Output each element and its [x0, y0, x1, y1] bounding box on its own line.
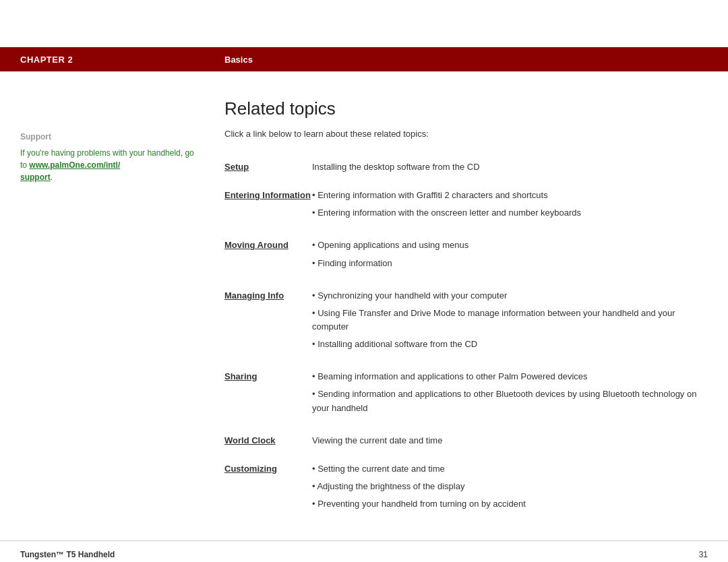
topic-desc-cell: Installing the desktop software from the…: [312, 158, 708, 182]
topic-link[interactable]: Moving Around: [224, 240, 289, 250]
topic-link[interactable]: Sharing: [224, 371, 257, 381]
page-number: 31: [699, 550, 708, 559]
spacer-row: [224, 523, 708, 527]
content-area: Related topics Click a link below to lea…: [211, 92, 708, 527]
sidebar-support-text: If you're having problems with your hand…: [20, 147, 198, 183]
topic-description: • Beaming information and applications t…: [312, 370, 708, 383]
topic-description: • Entering information with the onscreen…: [312, 206, 708, 220]
topic-description: • Finding information: [312, 257, 708, 270]
topic-desc-cell: Viewing the current date and time: [312, 431, 708, 456]
topic-description: • Installing additional software from th…: [312, 338, 708, 351]
table-row: Moving Around• Opening applications and …: [224, 236, 708, 282]
topic-link[interactable]: Setup: [224, 162, 249, 172]
topic-description: • Adjusting the brightness of the displa…: [312, 480, 708, 493]
topic-description: Installing the desktop software from the…: [312, 160, 708, 174]
brand-text: Tungsten™ T5 Handheld: [20, 550, 115, 559]
topic-link[interactable]: World Clock: [224, 435, 276, 445]
topic-description: • Preventing your handheld from turning …: [312, 497, 708, 511]
table-row: World ClockViewing the current date and …: [224, 431, 708, 456]
topic-link-cell: World Clock: [224, 431, 312, 456]
topic-link-cell: Customizing: [224, 460, 312, 523]
footer: Tungsten™ T5 Handheld 31: [0, 540, 728, 562]
section-label: Basics: [211, 55, 253, 65]
top-spacer: [0, 0, 728, 47]
table-row: Sharing• Beaming information and applica…: [224, 367, 708, 427]
topic-description: • Synchronizing your handheld with your …: [312, 289, 708, 303]
topic-description: Viewing the current date and time: [312, 434, 708, 447]
topics-table: SetupInstalling the desktop software fro…: [224, 158, 708, 527]
table-row: Customizing• Setting the current date an…: [224, 460, 708, 523]
topic-desc-cell: • Setting the current date and time• Adj…: [312, 460, 708, 523]
sidebar: Support If you're having problems with y…: [20, 92, 211, 527]
main-content: Support If you're having problems with y…: [0, 71, 728, 562]
table-row: Entering Information• Entering informati…: [224, 186, 708, 232]
page-title: Related topics: [224, 98, 708, 119]
topic-link[interactable]: Managing Info: [224, 290, 284, 301]
table-row: Managing Info• Synchronizing your handhe…: [224, 286, 708, 364]
footer-brand: Tungsten™ T5 Handheld: [20, 550, 115, 559]
topic-desc-cell: • Entering information with Graffiti 2 c…: [312, 186, 708, 232]
topic-link-cell: Entering Information: [224, 186, 312, 232]
topic-desc-cell: • Beaming information and applications t…: [312, 367, 708, 427]
table-row: SetupInstalling the desktop software fro…: [224, 158, 708, 182]
topic-link-cell: Managing Info: [224, 286, 312, 364]
support-label: Support: [20, 132, 198, 142]
topic-description: • Setting the current date and time: [312, 462, 708, 476]
header-bar: CHAPTER 2 Basics: [0, 47, 728, 71]
topic-description: • Sending information and applications t…: [312, 387, 708, 414]
topic-link-cell: Moving Around: [224, 236, 312, 282]
topic-link-cell: Sharing: [224, 367, 312, 427]
support-link[interactable]: www.palmOne.com/intl/support: [20, 160, 120, 182]
topic-description: • Entering information with Graffiti 2 c…: [312, 189, 708, 202]
intro-text: Click a link below to learn about these …: [224, 129, 708, 139]
topic-link[interactable]: Entering Information: [224, 190, 311, 200]
topic-desc-cell: • Opening applications and using menus• …: [312, 236, 708, 282]
topic-link-cell: Setup: [224, 158, 312, 182]
topic-link[interactable]: Customizing: [224, 464, 277, 474]
chapter-label: CHAPTER 2: [0, 55, 211, 65]
topic-description: • Using File Transfer and Drive Mode to …: [312, 307, 708, 334]
topic-description: • Opening applications and using menus: [312, 239, 708, 252]
topic-desc-cell: • Synchronizing your handheld with your …: [312, 286, 708, 364]
